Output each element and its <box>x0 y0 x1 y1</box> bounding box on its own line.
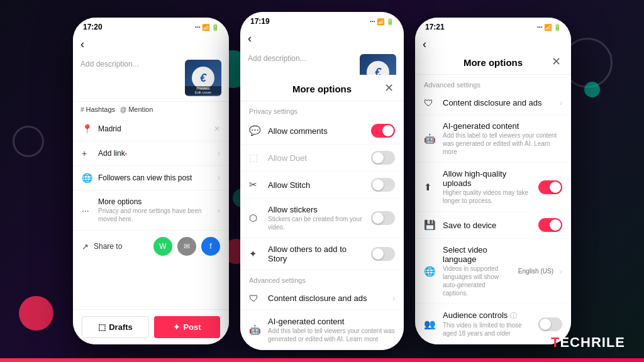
audience-controls-item[interactable]: 👥 Audience controls ⓘ This video is limi… <box>415 304 571 344</box>
back-arrow-center[interactable]: ‹ <box>248 32 252 45</box>
allow-duet-item: ⬚ Allow Duet <box>240 145 404 172</box>
more-options-sub: Privacy and more settings have been move… <box>98 207 213 223</box>
modal-title-right: More options <box>464 57 523 68</box>
drafts-icon: ⬚ <box>98 322 106 332</box>
location-icon: 📍 <box>82 124 93 134</box>
followers-view-item[interactable]: 🌐 Followers can view this post › <box>73 166 229 190</box>
disclosure-label-center: Content disclosure and ads <box>268 293 386 303</box>
more-options-item[interactable]: ··· More options Privacy and more settin… <box>73 190 229 231</box>
top-bar-center: ‹ <box>240 28 404 49</box>
content-disclosure-item-right[interactable]: 🛡 Content disclosure and ads › <box>415 91 571 115</box>
messages-icon[interactable]: ✉ <box>177 237 196 256</box>
comments-label: Allow comments <box>268 126 365 136</box>
language-icon: 🌐 <box>424 266 436 277</box>
stickers-label: Allow stickers <box>268 205 365 214</box>
allow-stickers-item[interactable]: ⬡ Allow stickers Stickers can be created… <box>240 199 404 238</box>
more-options-icon: ··· <box>82 206 93 216</box>
tag-mention-left[interactable]: @ Mention <box>120 106 153 113</box>
disclosure-label-right: Content disclosure and ads <box>443 98 553 107</box>
drafts-button[interactable]: ⬚ Drafts <box>82 316 149 338</box>
back-arrow-left[interactable]: ‹ <box>80 38 84 51</box>
modal-close-right[interactable]: ✕ <box>552 55 561 69</box>
time-center: 17:19 <box>250 17 270 26</box>
mention-icon: @ <box>120 106 126 113</box>
hq-icon: ⬆ <box>424 182 436 193</box>
time-right: 17:21 <box>425 23 445 31</box>
post-star-icon: ✦ <box>173 322 180 332</box>
location-item[interactable]: 📍 Madrid ✕ <box>73 117 229 141</box>
more-options-label: More options <box>98 197 213 206</box>
share-icons: W ✉ f <box>153 237 220 256</box>
add-description-center[interactable]: Add description... <box>248 54 355 63</box>
content-disclosure-item-center[interactable]: 🛡 Content disclosure and ads › <box>240 287 404 310</box>
tags-bar-left: # Hashtags @ Mention <box>73 101 229 117</box>
ai-sub-center: Add this label to tell viewers your cont… <box>268 327 395 343</box>
ai-icon-center: 🤖 <box>249 324 262 336</box>
share-row: ↗ Share to W ✉ f <box>73 231 229 262</box>
allow-comments-item[interactable]: 💬 Allow comments <box>240 118 404 145</box>
followers-label: Followers can view this post <box>98 173 213 182</box>
story-label: Allow others to add to Story <box>268 244 365 263</box>
comments-toggle[interactable] <box>371 124 395 138</box>
duet-label: Allow Duet <box>268 153 365 163</box>
audience-label: Audience controls ⓘ <box>443 310 532 321</box>
phone-left: 17:20 ··· 📶 🔋 ‹ Add description... € Pre… <box>73 18 229 344</box>
stickers-sub: Stickers can be created from your video. <box>268 215 365 231</box>
tag-hashtag-left[interactable]: # Hashtags <box>80 106 115 113</box>
phones-container: 17:20 ··· 📶 🔋 ‹ Add description... € Pre… <box>0 0 644 362</box>
stitch-icon: ✂ <box>249 179 262 190</box>
modal-header-right: More options ✕ <box>415 48 571 75</box>
location-close[interactable]: ✕ <box>214 124 220 133</box>
modal-header-center: More options ✕ <box>240 75 404 101</box>
ai-icon-right: 🤖 <box>424 133 436 145</box>
link-icon: + <box>82 148 93 158</box>
share-label: Share to <box>94 242 148 251</box>
location-label: Madrid <box>98 124 209 133</box>
save-toggle[interactable] <box>538 218 562 232</box>
share-icon: ↗ <box>82 242 89 251</box>
ai-content-item-center[interactable]: 🤖 AI-generated content Add this label to… <box>240 310 404 350</box>
allow-stitch-item[interactable]: ✂ Allow Stitch <box>240 172 404 199</box>
advanced-section-label-center: Advanced settings <box>240 270 404 287</box>
bottom-buttons-left: ⬚ Drafts ✦ Post <box>73 309 229 344</box>
language-value: English (US) <box>518 268 553 275</box>
ai-sub-right: Add this label to tell viewers your cont… <box>443 131 562 156</box>
time-left: 17:20 <box>83 23 103 31</box>
disclosure-icon-right: 🛡 <box>424 97 436 108</box>
status-bar-center: 17:19 ··· 📶 🔋 <box>240 12 404 28</box>
stickers-toggle[interactable] <box>371 211 395 225</box>
pink-bar <box>0 358 644 362</box>
video-language-item[interactable]: 🌐 Select video language Videos in suppor… <box>415 239 571 304</box>
preview-thumb-left: € Preview Edit cover <box>185 60 221 96</box>
facebook-icon[interactable]: f <box>201 237 220 256</box>
add-link-item[interactable]: + Add link• › <box>73 141 229 166</box>
whatsapp-icon[interactable]: W <box>153 237 172 256</box>
save-device-item[interactable]: 💾 Save to device <box>415 212 571 239</box>
post-button[interactable]: ✦ Post <box>154 316 220 338</box>
hq-sub: Higher quality videos may take longer to… <box>443 189 532 205</box>
settings-list-left: 📍 Madrid ✕ + Add link• › 🌐 Followers can… <box>73 117 229 262</box>
high-quality-item[interactable]: ⬆ Allow high-quality uploads Higher qual… <box>415 163 571 212</box>
status-bar-right: 17:21 ··· 📶 🔋 <box>415 18 571 34</box>
ai-content-item-right[interactable]: 🤖 AI-generated content Add this label to… <box>415 115 571 163</box>
status-icons-left: ··· 📶 🔋 <box>195 24 219 31</box>
story-toggle[interactable] <box>371 247 395 261</box>
duet-toggle[interactable] <box>371 151 395 165</box>
drafts-label: Drafts <box>109 322 133 332</box>
save-icon: 💾 <box>424 219 436 231</box>
allow-story-item[interactable]: ✦ Allow others to add to Story <box>240 238 404 270</box>
phone-center: 17:19 ··· 📶 🔋 ‹ Add description... € Pre… <box>240 12 404 350</box>
language-sub: Videos in supported languages will show … <box>443 265 512 297</box>
status-icons-center: ··· 📶 🔋 <box>370 18 394 25</box>
stitch-label: Allow Stitch <box>268 180 365 190</box>
audience-sub: This video is limited to those aged 18 y… <box>443 321 532 337</box>
ai-label-center: AI-generated content <box>268 317 395 326</box>
audience-toggle[interactable] <box>538 317 562 331</box>
watermark-t-accent: T <box>551 334 560 350</box>
modal-title-center: More options <box>292 84 352 94</box>
modal-close-center[interactable]: ✕ <box>384 81 394 95</box>
stitch-toggle[interactable] <box>371 178 395 192</box>
hq-toggle[interactable] <box>538 180 562 194</box>
add-description-left[interactable]: Add description... <box>80 60 180 69</box>
preview-label-left: Preview Edit cover <box>185 86 221 95</box>
